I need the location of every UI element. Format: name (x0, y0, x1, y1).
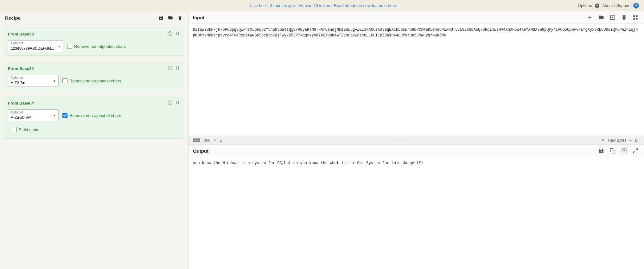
remove-nonalpha-base58-text: Remove non-alphabet chars (74, 44, 126, 49)
output-section: Output (188, 145, 644, 269)
ingredient-from-base58: From Base58 Alphabet (4, 28, 184, 56)
remove-nonalpha-base58-label[interactable]: Remove non-alphabet chars (67, 44, 126, 49)
options-label[interactable]: Options (578, 3, 592, 8)
alphabet-base58-select[interactable]: 123456789ABCDEFGH... (8, 40, 63, 52)
input-open-button[interactable] (597, 14, 605, 21)
output-header: Output (188, 145, 644, 157)
ingredient-from-base64-row: Alphabet A-Za-z0-9+/= ▼ Remove non-alpha… (8, 109, 180, 121)
newline-label[interactable]: LF (635, 138, 640, 143)
svg-line-5 (169, 67, 171, 69)
ingredient-from-base64-pause-icon[interactable] (175, 100, 180, 106)
input-textarea[interactable] (188, 24, 644, 136)
char-count: 306 (204, 138, 210, 143)
output-maximize-button[interactable] (631, 147, 640, 154)
gear-icon[interactable] (595, 3, 600, 8)
output-save-button[interactable] (597, 147, 605, 154)
ingredient-from-base32-row: Alphabet A-Z2-7= ▼ Remove non-alphabet c… (8, 75, 180, 87)
svg-line-9 (169, 101, 171, 104)
alphabet-base32-select[interactable]: A-Z2-7= (8, 75, 59, 87)
svg-line-23 (636, 149, 638, 150)
ingredient-from-base58-row: Alphabet 123456789ABCDEFGH... ▼ Remove n… (8, 40, 180, 52)
output-header-icons (597, 147, 640, 154)
input-clear-button[interactable] (620, 14, 628, 21)
banner-message: Last build: 3 months ago - Version 10 is… (250, 3, 396, 8)
alphabet-base32-wrapper: Alphabet A-Z2-7= ▼ (8, 75, 59, 87)
remove-nonalpha-base64-checkbox[interactable] (62, 113, 67, 118)
resize-handle[interactable]: · · · · · · · · · · · (222, 138, 601, 143)
ingredient-from-base32-controls (168, 66, 180, 72)
input-header-icons (586, 14, 640, 21)
arrow-left-icon: ← (629, 138, 633, 143)
about-support-label[interactable]: About / Support (602, 3, 631, 8)
svg-rect-17 (633, 18, 635, 20)
recipe-panel: Recipe (0, 11, 188, 269)
ingredient-from-base32-pause-icon[interactable] (175, 66, 180, 72)
strict-mode-checkbox[interactable] (12, 127, 17, 132)
svg-rect-7 (178, 67, 179, 70)
ingredient-from-base58-controls (168, 31, 180, 37)
remove-nonalpha-base32-text: Remove non-alphabet chars (69, 79, 121, 83)
status-left: abc 306 ≡ 1 (193, 138, 222, 143)
ingredient-from-base64-disable-icon[interactable] (168, 100, 173, 106)
ingredient-from-base64-controls (168, 100, 180, 106)
output-title: Output (193, 148, 208, 154)
input-section: Input (188, 11, 644, 136)
status-badge: abc (193, 138, 200, 142)
remove-nonalpha-base64-label[interactable]: Remove non-alphabet chars (62, 113, 121, 118)
recipe-open-button[interactable] (167, 15, 174, 21)
input-paste-button[interactable] (609, 14, 617, 21)
ingredient-from-base64-title: From Base64 (8, 101, 34, 106)
recipe-title: Recipe (5, 15, 21, 21)
ingredient-from-base58-header: From Base58 (8, 31, 180, 37)
line-separator-icon: ≡ (214, 138, 216, 143)
output-use-as-input-button[interactable] (620, 147, 628, 154)
ingredient-from-base32-disable-icon[interactable] (168, 66, 173, 72)
right-panel: Input (188, 11, 644, 269)
input-grid-button[interactable] (631, 14, 640, 21)
svg-text:Tt: Tt (602, 139, 604, 142)
output-copy-button[interactable] (609, 147, 617, 154)
alphabet-base64-wrapper: Alphabet A-Za-z0-9+/= ▼ (8, 109, 59, 121)
svg-rect-6 (176, 67, 177, 70)
svg-rect-3 (178, 32, 179, 35)
svg-line-24 (633, 151, 635, 153)
recipe-header: Recipe (0, 11, 188, 24)
banner-right: Options About / Support ? (578, 3, 639, 9)
main-layout: Recipe (0, 11, 644, 269)
svg-rect-20 (612, 150, 615, 153)
ingredient-from-base58-pause-icon[interactable] (175, 31, 180, 37)
remove-nonalpha-base64-text: Remove non-alphabet chars (69, 113, 121, 118)
raw-bytes-label[interactable]: Raw Bytes (608, 138, 626, 143)
remove-nonalpha-base32-label[interactable]: Remove non-alphabet chars (62, 78, 121, 83)
remove-nonalpha-base32-checkbox[interactable] (62, 78, 67, 83)
input-header: Input (188, 11, 644, 24)
input-title: Input (193, 15, 205, 20)
line-count: 1 (220, 138, 222, 143)
svg-rect-15 (633, 15, 635, 17)
ingredient-from-base58-title: From Base58 (8, 32, 34, 36)
recipe-clear-button[interactable] (177, 15, 183, 21)
alphabet-base64-select[interactable]: A-Za-z0-9+/= (8, 109, 59, 121)
ingredient-from-base64-header: From Base64 (8, 100, 180, 106)
svg-line-1 (169, 32, 171, 35)
output-textarea[interactable] (188, 157, 644, 269)
top-banner: Last build: 3 months ago - Version 10 is… (0, 0, 644, 11)
status-right: Tt Raw Bytes ← LF (601, 138, 640, 143)
alphabet-base58-wrapper: Alphabet 123456789ABCDEFGH... ▼ (8, 40, 63, 52)
help-icon[interactable]: ? (633, 3, 639, 9)
svg-rect-11 (178, 101, 179, 105)
recipe-save-button[interactable] (158, 15, 164, 21)
svg-rect-10 (176, 101, 177, 105)
ingredient-from-base58-disable-icon[interactable] (168, 31, 173, 37)
ingredient-from-base32-title: From Base32 (8, 66, 34, 71)
remove-nonalpha-base58-checkbox[interactable] (67, 44, 72, 49)
strict-mode-area: Strict mode (8, 124, 180, 135)
svg-rect-16 (636, 15, 638, 17)
input-new-button[interactable] (586, 14, 594, 21)
status-bar: abc 306 ≡ 1 · · · · · · · · · · · Tt Raw… (188, 136, 644, 145)
ingredient-from-base64: From Base64 Alphabet (4, 97, 184, 139)
svg-rect-18 (636, 18, 638, 20)
strict-mode-label[interactable]: Strict mode (12, 127, 176, 132)
svg-rect-2 (176, 32, 177, 35)
ingredient-from-base32: From Base32 Alphabet (4, 62, 184, 90)
